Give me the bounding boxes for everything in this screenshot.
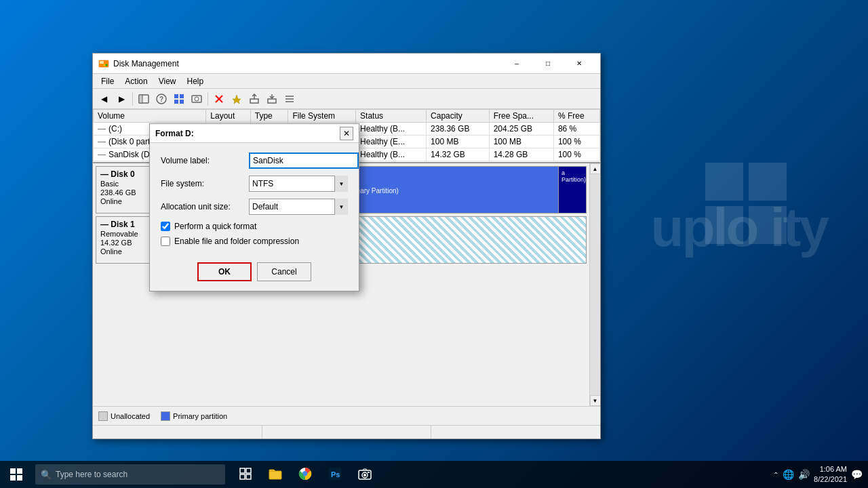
menu-file[interactable]: File <box>96 75 119 87</box>
minimize-button[interactable]: – <box>501 54 532 74</box>
svg-point-17 <box>195 97 199 101</box>
search-icon: 🔍 <box>41 470 52 480</box>
svg-rect-23 <box>268 99 276 103</box>
forward-button[interactable]: ▶ <box>113 91 130 107</box>
file-system-select[interactable]: NTFS FAT32 exFAT <box>249 176 348 192</box>
volume-icon[interactable]: 🔊 <box>798 469 810 480</box>
status-bar <box>93 425 600 439</box>
svg-rect-32 <box>240 468 245 473</box>
quick-format-checkbox[interactable] <box>161 222 170 231</box>
cell-capacity: 100 MB <box>427 136 490 148</box>
alloc-unit-row: Allocation unit size: Default 512 1024 2… <box>161 199 348 215</box>
start-button[interactable] <box>0 461 33 488</box>
svg-point-7 <box>104 64 106 66</box>
cancel-button[interactable]: Cancel <box>257 262 311 281</box>
search-placeholder-text: Type here to search <box>56 470 127 479</box>
col-header-filesystem[interactable]: File System <box>288 110 356 123</box>
svg-text:?: ? <box>159 96 163 103</box>
cell-capacity: 238.36 GB <box>427 123 490 136</box>
import-button[interactable] <box>264 91 280 107</box>
file-explorer-button[interactable] <box>260 461 290 488</box>
dialog-buttons: OK Cancel <box>150 258 359 291</box>
network-icon[interactable]: 🌐 <box>783 469 794 480</box>
window-controls: – □ ✕ <box>501 54 595 74</box>
window-title: Disk Management <box>113 59 501 68</box>
cell-free: 14.28 GB <box>489 148 553 161</box>
pin-button[interactable] <box>229 91 245 107</box>
file-system-row: File system: NTFS FAT32 exFAT ▼ <box>161 176 348 192</box>
col-header-pct-free[interactable]: % Free <box>553 110 599 123</box>
taskview-button[interactable] <box>231 461 260 488</box>
show-hide-button[interactable] <box>136 91 152 107</box>
list-button[interactable] <box>281 91 298 107</box>
legend-primary-label: Primary partition <box>173 412 227 420</box>
cell-free: 100 MB <box>489 136 553 148</box>
svg-rect-30 <box>10 475 16 481</box>
disk0-partition-end[interactable]: a Partition) <box>559 167 586 213</box>
compression-label: Enable file and folder compression <box>174 237 299 246</box>
toolbar-sep-1 <box>132 92 133 106</box>
taskbar-tray: ⌃ 🌐 🔊 1:06 AM 8/22/2021 💬 <box>768 464 868 485</box>
layout-button[interactable] <box>171 91 187 107</box>
disk0-end-status: a Partition) <box>561 169 583 183</box>
col-header-capacity[interactable]: Capacity <box>427 110 490 123</box>
legend-primary-swatch <box>161 411 170 421</box>
alloc-unit-select-wrapper: Default 512 1024 2048 4096 ▼ <box>249 199 348 215</box>
alloc-unit-select[interactable]: Default 512 1024 2048 4096 <box>249 199 348 215</box>
svg-rect-14 <box>174 100 178 104</box>
cell-status: Healthy (E... <box>356 136 427 148</box>
scroll-down-arrow[interactable]: ▼ <box>590 395 601 406</box>
col-header-volume[interactable]: Volume <box>94 110 206 123</box>
col-header-layout[interactable]: Layout <box>206 110 250 123</box>
help-button[interactable]: ? <box>153 91 170 107</box>
svg-rect-29 <box>17 468 22 474</box>
settings-button[interactable] <box>189 91 205 107</box>
cell-pct: 100 % <box>553 136 599 148</box>
col-header-status[interactable]: Status <box>356 110 427 123</box>
svg-rect-0 <box>705 163 743 201</box>
chrome-button[interactable] <box>290 461 320 488</box>
clock-time: 1:06 AM <box>814 464 847 474</box>
legend-unallocated: Unallocated <box>98 411 150 421</box>
back-button[interactable]: ◀ <box>96 91 112 107</box>
close-button[interactable]: ✕ <box>564 54 595 74</box>
quick-format-row: Perform a quick format <box>161 222 348 231</box>
cell-status: Healthy (B... <box>356 148 427 161</box>
maximize-button[interactable]: □ <box>532 54 564 74</box>
col-header-free-space[interactable]: Free Spa... <box>489 110 553 123</box>
volume-label-input[interactable] <box>249 152 359 169</box>
svg-rect-5 <box>100 61 104 64</box>
dialog-close-button[interactable]: ✕ <box>340 127 353 140</box>
toolbar-sep-2 <box>208 92 208 106</box>
taskbar-clock[interactable]: 1:06 AM 8/22/2021 <box>814 464 847 485</box>
dialog-title: Format D: <box>155 129 340 138</box>
legend-unallocated-swatch <box>98 411 108 421</box>
menu-help[interactable]: Help <box>182 75 210 87</box>
svg-rect-33 <box>246 468 251 473</box>
quick-format-label: Perform a quick format <box>174 222 256 231</box>
taskbar-search-box[interactable]: 🔍 Type here to search <box>35 464 225 485</box>
svg-point-6 <box>106 64 108 66</box>
menu-action[interactable]: Action <box>119 75 153 87</box>
ok-button[interactable]: OK <box>197 262 252 281</box>
compression-row: Enable file and folder compression <box>161 237 348 246</box>
volume-label-row: Volume label: <box>161 152 348 169</box>
camera-button[interactable] <box>350 461 380 488</box>
svg-rect-9 <box>139 95 142 103</box>
tray-chevron[interactable]: ⌃ <box>773 471 778 479</box>
svg-rect-31 <box>17 475 22 481</box>
delete-button[interactable] <box>211 91 227 107</box>
notification-button[interactable]: 💬 <box>851 469 863 480</box>
svg-rect-12 <box>174 94 178 98</box>
window-titlebar: Disk Management – □ ✕ <box>93 54 600 74</box>
scroll-up-arrow[interactable]: ▲ <box>590 163 601 174</box>
col-header-type[interactable]: Type <box>250 110 288 123</box>
photoshop-button[interactable]: Ps <box>320 461 350 488</box>
export-button[interactable] <box>246 91 262 107</box>
cell-pct: 100 % <box>553 148 599 161</box>
scroll-track[interactable] <box>590 174 600 395</box>
svg-rect-34 <box>240 474 245 479</box>
compression-checkbox[interactable] <box>161 237 170 246</box>
menu-view[interactable]: View <box>153 75 182 87</box>
svg-marker-20 <box>233 95 241 104</box>
